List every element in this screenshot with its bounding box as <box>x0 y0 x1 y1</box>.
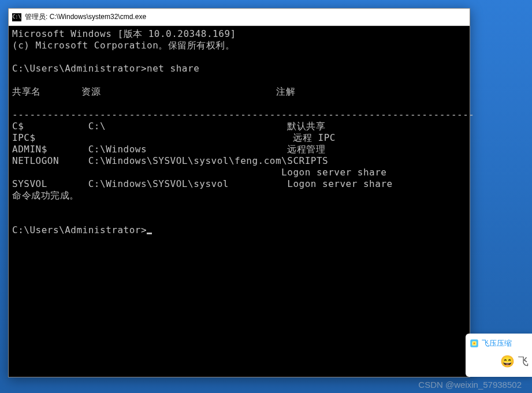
separator: ----------------------------------------… <box>12 109 475 120</box>
success-line: 命令成功完成。 <box>12 190 79 201</box>
popup-header: 飞压压缩 <box>469 338 529 349</box>
cmd-window: C:\ 管理员: C:\Windows\system32\cmd.exe Mic… <box>8 8 470 377</box>
popup-fly-text: 飞 <box>518 354 529 368</box>
cmd-icon: C:\ <box>12 13 21 21</box>
watermark: CSDN @weixin_57938502 <box>418 380 522 390</box>
table-row: SYSVOL C:\Windows\SYSVOL\sysvol Logon se… <box>12 178 393 189</box>
table-row: IPC$ 远程 IPC <box>12 132 336 143</box>
terminal-output[interactable]: Microsoft Windows [版本 10.0.20348.169] (c… <box>9 26 470 238</box>
col-resource: 资源 <box>81 86 101 97</box>
popup-body: 😄 飞 <box>469 354 529 368</box>
col-share: 共享名 <box>12 86 41 97</box>
command: net share <box>147 63 199 74</box>
titlebar[interactable]: C:\ 管理员: C:\Windows\system32\cmd.exe <box>9 9 470 26</box>
prompt: C:\Users\Administrator> <box>12 224 147 235</box>
window-title: 管理员: C:\Windows\system32\cmd.exe <box>25 12 146 22</box>
emoji-icon: 😄 <box>500 354 515 368</box>
prompt: C:\Users\Administrator> <box>12 63 147 74</box>
table-row: C$ C:\ 默认共享 <box>12 121 325 132</box>
table-row: ADMIN$ C:\Windows 远程管理 <box>12 144 325 155</box>
table-row: NETLOGON C:\Windows\SYSVOL\sysvol\feng.c… <box>12 155 328 166</box>
popup-ad[interactable]: 飞压压缩 😄 飞 <box>466 334 532 377</box>
version-line: Microsoft Windows [版本 10.0.20348.169] <box>12 28 236 39</box>
table-row: Logon server share <box>12 167 387 178</box>
compress-icon <box>469 338 479 349</box>
popup-title: 飞压压缩 <box>482 338 512 349</box>
col-remark: 注解 <box>276 86 295 97</box>
cursor <box>147 233 152 234</box>
copyright-line: (c) Microsoft Corporation。保留所有权利。 <box>12 40 235 51</box>
